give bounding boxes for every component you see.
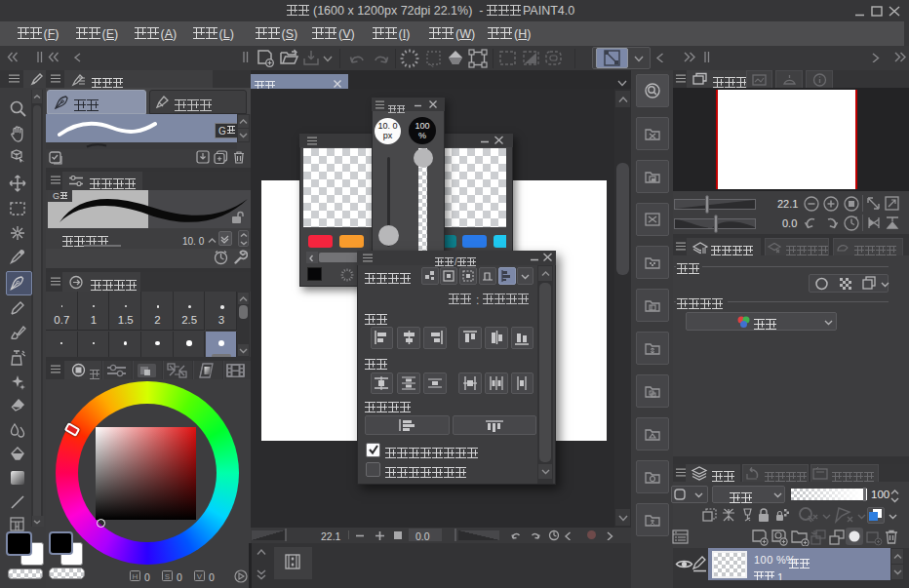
svg-text:H: H <box>133 572 138 581</box>
svg-text:V: V <box>197 572 203 581</box>
svg-text:S: S <box>165 572 170 581</box>
